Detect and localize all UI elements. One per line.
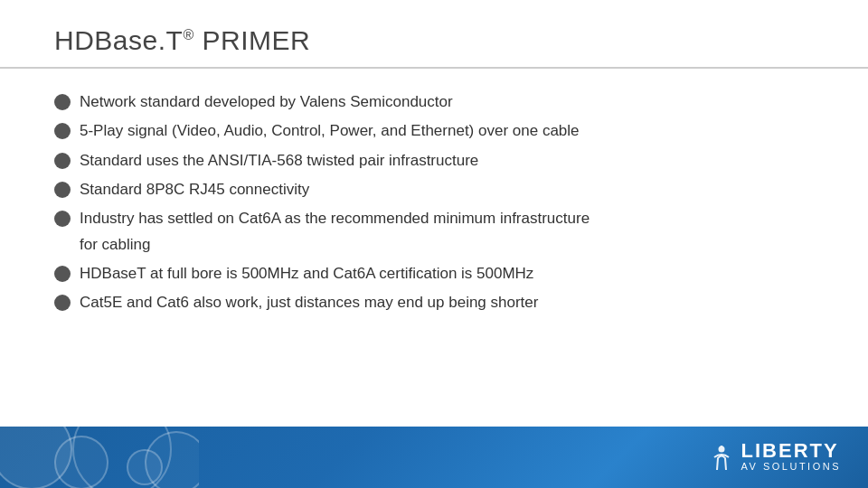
bullet-list-continued: HDBaseT at full bore is 500MHz and Cat6A…: [54, 262, 814, 315]
logo-area: LIBERTY AV SOLUTIONS: [709, 441, 841, 473]
bullet-text: Standard 8P8C RJ45 connectivity: [80, 178, 814, 202]
slide-title: HDBase.T® PRIMER: [54, 25, 814, 56]
liberty-logo-icon: [709, 445, 734, 470]
list-item: Network standard developed by Valens Sem…: [54, 90, 814, 114]
logo-liberty-text: LIBERTY: [741, 441, 839, 461]
bullet-text: 5-Play signal (Video, Audio, Control, Po…: [80, 119, 814, 143]
bullet-icon: [54, 182, 71, 198]
list-item: Standard uses the ANSI/TIA-568 twisted p…: [54, 149, 814, 173]
logo-av-text: AV SOLUTIONS: [741, 461, 841, 473]
bullet-icon: [54, 153, 71, 169]
bullet-icon: [54, 94, 71, 110]
bullet-continuation: for cabling: [54, 233, 814, 257]
bullet-icon: [54, 266, 71, 282]
bullet-text: Network standard developed by Valens Sem…: [80, 90, 814, 114]
bullet-list: Network standard developed by Valens Sem…: [54, 90, 814, 231]
list-item: Standard 8P8C RJ45 connectivity: [54, 178, 814, 202]
list-item: Industry has settled on Cat6A as the rec…: [54, 207, 814, 230]
list-item: Cat5E and Cat6 also work, just distances…: [54, 291, 814, 314]
bullet-icon: [54, 295, 71, 311]
bullet-text: Cat5E and Cat6 also work, just distances…: [80, 291, 814, 314]
slide: HDBase.T® PRIMER Network standard develo…: [0, 0, 868, 488]
header: HDBase.T® PRIMER: [0, 0, 868, 69]
list-item: HDBaseT at full bore is 500MHz and Cat6A…: [54, 262, 814, 286]
list-item: 5-Play signal (Video, Audio, Control, Po…: [54, 119, 814, 143]
footer: LIBERTY AV SOLUTIONS: [0, 427, 868, 488]
bullet-text: HDBaseT at full bore is 500MHz and Cat6A…: [80, 262, 814, 286]
logo-text: LIBERTY AV SOLUTIONS: [741, 441, 841, 473]
bullet-icon: [54, 211, 71, 227]
bullet-text: Industry has settled on Cat6A as the rec…: [80, 207, 814, 230]
content-area: Network standard developed by Valens Sem…: [0, 69, 868, 427]
bullet-icon: [54, 123, 71, 139]
footer-decoration: [0, 427, 199, 488]
bullet-text: Standard uses the ANSI/TIA-568 twisted p…: [80, 149, 814, 173]
